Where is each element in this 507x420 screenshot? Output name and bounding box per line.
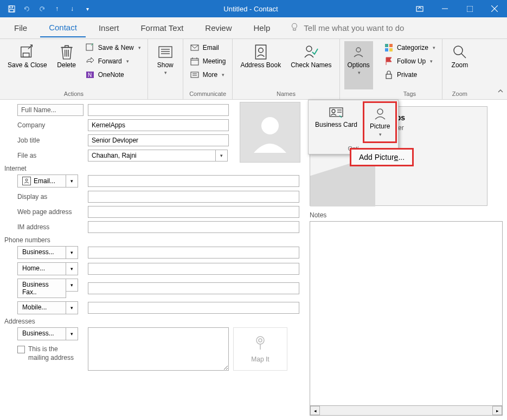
email-input[interactable] — [88, 175, 299, 187]
svg-rect-34 — [389, 48, 393, 51]
redo-icon[interactable] — [35, 2, 49, 15]
ribbon-tabs: File Contact Insert Format Text Review H… — [0, 17, 507, 39]
job-title-input[interactable] — [88, 134, 229, 146]
private-button[interactable]: Private — [382, 68, 438, 81]
web-page-input[interactable] — [88, 206, 299, 218]
onenote-icon: N — [85, 70, 95, 80]
im-input[interactable] — [88, 221, 299, 233]
svg-rect-17 — [159, 47, 172, 57]
add-picture-menuitem[interactable]: Add Picture... — [350, 148, 414, 166]
business-card-button[interactable]: Business Card — [310, 101, 363, 143]
email-combo-dropdown[interactable]: ▾ — [66, 175, 78, 188]
tab-insert[interactable]: Insert — [90, 19, 128, 37]
scroll-left-button[interactable]: ◂ — [310, 406, 320, 415]
email-button[interactable]: Email — [188, 41, 228, 54]
next-icon[interactable]: ↓ — [65, 2, 79, 15]
onenote-button[interactable]: NOneNote — [83, 68, 143, 81]
chevron-down-icon: ▾ — [358, 70, 361, 75]
tab-help[interactable]: Help — [245, 19, 279, 37]
maximize-button[interactable] — [457, 0, 482, 17]
collapse-ribbon-icon[interactable] — [497, 88, 504, 96]
tab-review[interactable]: Review — [196, 19, 240, 37]
ribbon-mode-icon[interactable] — [407, 0, 432, 17]
window-title: Untitled - Contact — [94, 5, 407, 13]
svg-point-30 — [356, 48, 361, 52]
envelope-icon — [190, 43, 200, 53]
previous-icon[interactable]: ↑ — [50, 2, 64, 15]
phone3-combo[interactable]: Business Fax.. — [17, 279, 66, 298]
tab-format-text[interactable]: Format Text — [132, 19, 192, 37]
follow-up-button[interactable]: Follow Up▾ — [382, 55, 438, 67]
scroll-right-button[interactable]: ▸ — [492, 406, 502, 415]
picture-button[interactable]: Picture▾ — [363, 101, 397, 143]
notes-textarea[interactable]: ◂ ▸ — [310, 221, 503, 416]
full-name-input[interactable] — [88, 104, 229, 116]
pin-icon — [254, 335, 266, 353]
tab-contact[interactable]: Contact — [40, 18, 86, 37]
map-it-button[interactable]: Map It — [233, 327, 287, 371]
qat-customize-icon[interactable]: ▾ — [80, 2, 94, 15]
display-as-input[interactable] — [88, 191, 299, 203]
group-zoom-label: Zoom — [447, 89, 473, 98]
save-new-button[interactable]: Save & New▾ — [83, 41, 143, 54]
save-new-label: Save & New — [98, 44, 134, 51]
close-button[interactable] — [482, 0, 507, 17]
mailing-checkbox[interactable] — [17, 346, 25, 353]
phone3-dropdown[interactable]: ▾ — [66, 279, 78, 292]
file-as-input[interactable] — [88, 150, 216, 161]
phone1-input[interactable] — [88, 247, 299, 259]
full-name-button[interactable]: Full Name... — [17, 104, 84, 116]
delete-button[interactable]: Delete — [54, 41, 80, 89]
mailing-checkbox-label: This is the mailing address — [28, 345, 77, 362]
file-as-dropdown[interactable]: ▾ — [216, 150, 228, 161]
phone1-combo[interactable]: Business... — [17, 246, 66, 259]
more-button[interactable]: More▾ — [188, 68, 228, 81]
svg-point-36 — [454, 46, 463, 55]
save-close-button[interactable]: Save & Close — [4, 41, 50, 89]
chevron-down-icon: ▾ — [138, 45, 141, 50]
check-names-button[interactable]: Check Names — [287, 41, 335, 89]
minimize-button[interactable] — [432, 0, 457, 17]
phone4-dropdown[interactable]: ▾ — [66, 301, 78, 314]
zoom-button[interactable]: Zoom — [447, 41, 473, 89]
tab-file[interactable]: File — [5, 19, 36, 37]
email-label: Email — [203, 44, 219, 51]
forward-button[interactable]: Forward▾ — [83, 55, 143, 67]
forward-label: Forward — [98, 57, 122, 65]
phone4-combo[interactable]: Mobile... — [17, 301, 66, 314]
save-close-icon — [18, 43, 36, 61]
phone3-input[interactable] — [88, 282, 299, 294]
internet-header: Internet — [4, 165, 305, 172]
contact-photo-placeholder[interactable] — [240, 102, 300, 163]
group-communicate: Email Meeting More▾ Communicate — [183, 39, 233, 99]
addr-dropdown[interactable]: ▾ — [66, 327, 78, 340]
company-input[interactable] — [88, 119, 229, 131]
meeting-label: Meeting — [203, 57, 226, 65]
phone4-input[interactable] — [88, 302, 299, 314]
phone2-combo[interactable]: Home... — [17, 262, 66, 275]
address-textarea[interactable] — [88, 327, 229, 371]
phone2-dropdown[interactable]: ▾ — [66, 262, 78, 275]
delete-label: Delete — [57, 62, 76, 69]
scroll-track[interactable] — [320, 406, 492, 415]
svg-point-28 — [259, 48, 264, 53]
options-button[interactable]: Options▾ — [344, 41, 373, 89]
meeting-button[interactable]: Meeting — [188, 55, 228, 67]
address-book-button[interactable]: Address Book — [237, 41, 284, 89]
show-button[interactable]: Show▾ — [152, 41, 178, 89]
addr-combo[interactable]: Business... — [17, 327, 66, 340]
email-combo-button[interactable]: Email... — [17, 175, 66, 188]
group-options-label — [344, 89, 373, 98]
tell-me-input[interactable] — [304, 23, 445, 33]
trash-icon — [58, 43, 75, 61]
more-icon — [190, 70, 200, 80]
group-tags-label: Tags — [382, 89, 438, 98]
picture-person-icon — [373, 106, 388, 121]
undo-icon[interactable] — [20, 2, 34, 15]
phone1-dropdown[interactable]: ▾ — [66, 246, 78, 259]
phone2-input[interactable] — [88, 263, 299, 275]
address-book-icon — [252, 43, 269, 61]
tell-me-search[interactable] — [290, 22, 507, 34]
save-icon[interactable] — [4, 2, 18, 15]
categorize-button[interactable]: Categorize▾ — [382, 41, 438, 54]
